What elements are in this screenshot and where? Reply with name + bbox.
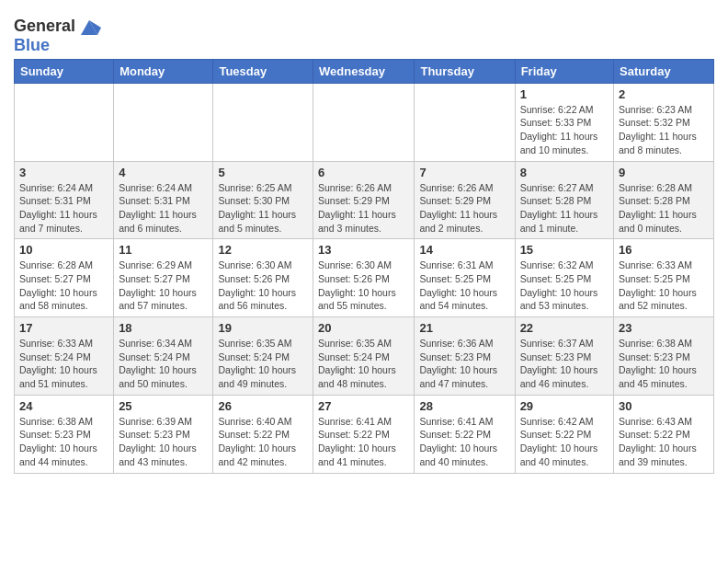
day-info: Sunrise: 6:33 AM Sunset: 5:24 PM Dayligh… [19,337,108,391]
calendar-cell: 9Sunrise: 6:28 AM Sunset: 5:28 PM Daylig… [614,161,714,239]
calendar-week-0: 1Sunrise: 6:22 AM Sunset: 5:33 PM Daylig… [15,83,714,161]
day-info: Sunrise: 6:29 AM Sunset: 5:27 PM Dayligh… [119,259,208,313]
day-number: 7 [419,166,509,179]
calendar-week-2: 10Sunrise: 6:28 AM Sunset: 5:27 PM Dayli… [15,239,714,317]
column-header-friday: Friday [515,59,613,83]
day-number: 20 [318,321,409,335]
day-info: Sunrise: 6:26 AM Sunset: 5:29 PM Dayligh… [419,181,509,236]
day-info: Sunrise: 6:24 AM Sunset: 5:31 PM Dayligh… [19,181,108,236]
day-number: 24 [19,399,108,413]
day-info: Sunrise: 6:25 AM Sunset: 5:30 PM Dayligh… [218,181,308,236]
calendar-cell: 16Sunrise: 6:33 AM Sunset: 5:25 PM Dayli… [614,239,714,317]
column-header-tuesday: Tuesday [213,59,313,83]
day-number: 11 [119,243,208,257]
calendar-cell: 3Sunrise: 6:24 AM Sunset: 5:31 PM Daylig… [15,161,114,239]
day-number: 6 [318,166,409,179]
calendar-header-row: SundayMondayTuesdayWednesdayThursdayFrid… [15,59,714,83]
day-number: 23 [619,321,709,335]
column-header-sunday: Sunday [15,59,114,83]
day-info: Sunrise: 6:26 AM Sunset: 5:29 PM Dayligh… [318,181,409,236]
day-number: 14 [419,243,509,257]
calendar-cell [15,83,114,161]
calendar-cell: 6Sunrise: 6:26 AM Sunset: 5:29 PM Daylig… [313,161,415,239]
day-info: Sunrise: 6:28 AM Sunset: 5:27 PM Dayligh… [19,259,108,313]
day-info: Sunrise: 6:24 AM Sunset: 5:31 PM Dayligh… [119,181,208,236]
calendar-cell: 1Sunrise: 6:22 AM Sunset: 5:33 PM Daylig… [515,83,613,161]
calendar-cell: 4Sunrise: 6:24 AM Sunset: 5:31 PM Daylig… [114,161,213,239]
day-number: 21 [419,321,509,335]
day-number: 13 [318,243,409,257]
day-number: 19 [218,321,308,335]
column-header-thursday: Thursday [415,59,515,83]
calendar-cell: 22Sunrise: 6:37 AM Sunset: 5:23 PM Dayli… [515,317,613,396]
day-info: Sunrise: 6:43 AM Sunset: 5:22 PM Dayligh… [619,415,709,469]
calendar-week-4: 24Sunrise: 6:38 AM Sunset: 5:23 PM Dayli… [15,395,714,473]
calendar-cell: 18Sunrise: 6:34 AM Sunset: 5:24 PM Dayli… [114,317,213,396]
day-number: 3 [19,166,108,179]
day-info: Sunrise: 6:30 AM Sunset: 5:26 PM Dayligh… [318,259,409,313]
column-header-saturday: Saturday [614,59,714,83]
day-info: Sunrise: 6:23 AM Sunset: 5:32 PM Dayligh… [619,103,709,157]
day-number: 2 [619,87,709,101]
day-info: Sunrise: 6:31 AM Sunset: 5:25 PM Dayligh… [419,259,509,313]
calendar-cell: 29Sunrise: 6:42 AM Sunset: 5:22 PM Dayli… [515,395,613,473]
calendar-cell [415,83,515,161]
calendar-cell: 8Sunrise: 6:27 AM Sunset: 5:28 PM Daylig… [515,161,613,239]
day-number: 15 [520,243,609,257]
calendar-cell: 19Sunrise: 6:35 AM Sunset: 5:24 PM Dayli… [213,317,313,396]
calendar-cell: 11Sunrise: 6:29 AM Sunset: 5:27 PM Dayli… [114,239,213,317]
calendar-cell: 15Sunrise: 6:32 AM Sunset: 5:25 PM Dayli… [515,239,613,317]
calendar-cell: 14Sunrise: 6:31 AM Sunset: 5:25 PM Dayli… [415,239,515,317]
day-number: 27 [318,399,409,413]
day-info: Sunrise: 6:37 AM Sunset: 5:23 PM Dayligh… [520,337,609,391]
day-info: Sunrise: 6:41 AM Sunset: 5:22 PM Dayligh… [318,415,409,469]
day-number: 12 [218,243,308,257]
calendar-cell [313,83,415,161]
day-info: Sunrise: 6:32 AM Sunset: 5:25 PM Dayligh… [520,259,609,313]
calendar-cell [213,83,313,161]
calendar-cell: 28Sunrise: 6:41 AM Sunset: 5:22 PM Dayli… [415,395,515,473]
calendar-week-3: 17Sunrise: 6:33 AM Sunset: 5:24 PM Dayli… [15,317,714,396]
day-info: Sunrise: 6:38 AM Sunset: 5:23 PM Dayligh… [19,415,108,469]
calendar-cell: 26Sunrise: 6:40 AM Sunset: 5:22 PM Dayli… [213,395,313,473]
logo-text: General [14,17,101,35]
logo: General Blue [14,15,101,55]
calendar-table: SundayMondayTuesdayWednesdayThursdayFrid… [14,59,714,474]
calendar-cell: 21Sunrise: 6:36 AM Sunset: 5:23 PM Dayli… [415,317,515,396]
day-number: 25 [119,399,208,413]
calendar-cell: 27Sunrise: 6:41 AM Sunset: 5:22 PM Dayli… [313,395,415,473]
day-info: Sunrise: 6:39 AM Sunset: 5:23 PM Dayligh… [119,415,208,469]
day-number: 9 [619,166,709,179]
calendar-cell: 7Sunrise: 6:26 AM Sunset: 5:29 PM Daylig… [415,161,515,239]
day-info: Sunrise: 6:42 AM Sunset: 5:22 PM Dayligh… [520,415,609,469]
calendar-cell: 20Sunrise: 6:35 AM Sunset: 5:24 PM Dayli… [313,317,415,396]
day-info: Sunrise: 6:38 AM Sunset: 5:23 PM Dayligh… [619,337,709,391]
day-number: 30 [619,399,709,413]
calendar-cell: 30Sunrise: 6:43 AM Sunset: 5:22 PM Dayli… [614,395,714,473]
logo-icon [77,15,101,39]
calendar-cell: 25Sunrise: 6:39 AM Sunset: 5:23 PM Dayli… [114,395,213,473]
day-info: Sunrise: 6:41 AM Sunset: 5:22 PM Dayligh… [419,415,509,469]
calendar-cell: 2Sunrise: 6:23 AM Sunset: 5:32 PM Daylig… [614,83,714,161]
day-info: Sunrise: 6:40 AM Sunset: 5:22 PM Dayligh… [218,415,308,469]
day-number: 29 [520,399,609,413]
calendar-cell: 12Sunrise: 6:30 AM Sunset: 5:26 PM Dayli… [213,239,313,317]
day-number: 10 [19,243,108,257]
day-number: 5 [218,166,308,179]
day-info: Sunrise: 6:33 AM Sunset: 5:25 PM Dayligh… [619,259,709,313]
day-number: 18 [119,321,208,335]
day-info: Sunrise: 6:27 AM Sunset: 5:28 PM Dayligh… [520,181,609,236]
day-info: Sunrise: 6:30 AM Sunset: 5:26 PM Dayligh… [218,259,308,313]
calendar-cell: 10Sunrise: 6:28 AM Sunset: 5:27 PM Dayli… [15,239,114,317]
calendar-cell: 5Sunrise: 6:25 AM Sunset: 5:30 PM Daylig… [213,161,313,239]
day-info: Sunrise: 6:34 AM Sunset: 5:24 PM Dayligh… [119,337,208,391]
calendar-cell: 17Sunrise: 6:33 AM Sunset: 5:24 PM Dayli… [15,317,114,396]
day-number: 4 [119,166,208,179]
column-header-monday: Monday [114,59,213,83]
column-header-wednesday: Wednesday [313,59,415,83]
calendar-week-1: 3Sunrise: 6:24 AM Sunset: 5:31 PM Daylig… [15,161,714,239]
calendar-cell [114,83,213,161]
day-info: Sunrise: 6:35 AM Sunset: 5:24 PM Dayligh… [318,337,409,391]
day-number: 16 [619,243,709,257]
day-info: Sunrise: 6:35 AM Sunset: 5:24 PM Dayligh… [218,337,308,391]
